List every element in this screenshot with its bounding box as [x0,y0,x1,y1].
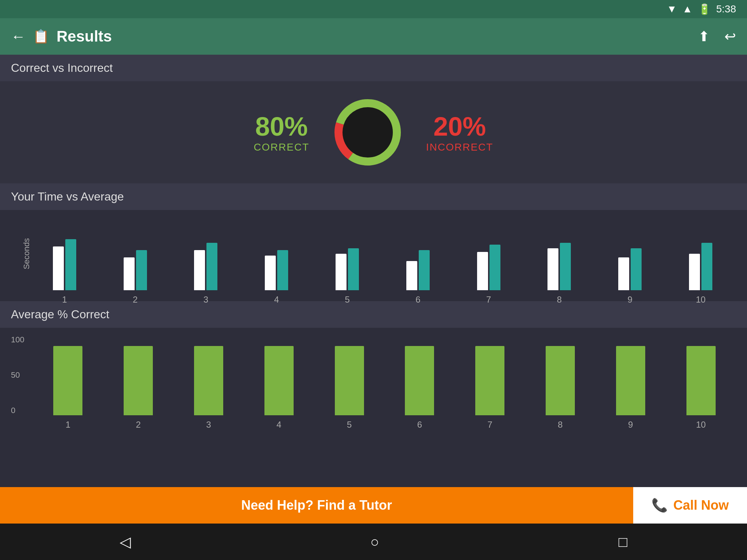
avg-bar-group-10: 10 [666,346,736,415]
call-now-button[interactable]: 📞 Call Now [633,487,747,524]
incorrect-label: 20% INCORRECT [426,112,493,153]
avg-bar-8 [546,346,575,415]
avg-correct-section: 100 50 0 1 2 3 4 5 6 7 [0,328,747,487]
white-bar-4 [265,256,276,290]
bar-group-3: 3 [171,243,241,290]
x-label-2: 2 [133,295,138,305]
avg-bar-4 [264,346,294,415]
bar-group-10: 10 [665,243,736,290]
x-label-10: 10 [696,295,706,305]
wifi-icon: ▼ [667,3,677,15]
status-icons: ▼ ▲ 🔋 5:38 [667,3,736,15]
white-bar-7 [477,252,488,290]
incorrect-percentage: 20% [426,112,493,141]
x-label-3: 3 [204,295,208,305]
bar-group-9: 9 [595,248,665,290]
avg-x-label-1: 1 [66,420,70,430]
recents-nav-button[interactable]: □ [619,534,627,550]
app-bar-actions: ⬆ ↩ [698,28,736,44]
x-label-6: 6 [415,295,420,305]
teal-bar-5 [348,248,359,290]
white-bar-6 [406,261,417,290]
signal-icon: ▲ [682,3,693,15]
white-bar-5 [336,254,347,290]
teal-bar-4 [277,250,288,290]
bar-group-7: 7 [453,245,524,290]
time-chart-area: Seconds 1 2 3 4 5 6 [11,217,736,290]
x-label-4: 4 [274,295,279,305]
nav-bar: ◁ ○ □ [0,524,747,560]
avg-bar-5 [335,346,364,415]
section-avg-correct-header: Average % Correct [0,301,747,328]
white-bar-9 [618,257,629,290]
bar-group-6: 6 [383,250,453,290]
section-time-vs-avg-header: Your Time vs Average [0,183,747,210]
status-bar: ▼ ▲ 🔋 5:38 [0,0,747,18]
x-label-8: 8 [557,295,562,305]
y-label-100: 100 [11,335,24,345]
teal-bar-8 [560,243,571,290]
avg-y-labels: 100 50 0 [11,335,24,415]
avg-x-label-5: 5 [347,420,352,430]
teal-bar-7 [489,245,500,290]
avg-bar-6 [405,346,434,415]
app-bar: ← 📋 Results ⬆ ↩ [0,18,747,55]
back-nav-button[interactable]: ◁ [120,533,131,550]
teal-bar-2 [136,250,147,290]
call-now-label: Call Now [673,498,729,513]
bar-group-1: 1 [29,239,100,290]
avg-bar-10 [686,346,716,415]
white-bar-8 [547,248,558,290]
teal-bar-1 [65,239,76,290]
correct-percentage: 80% [254,112,309,141]
section-correct-vs-incorrect-header: Correct vs Incorrect [0,55,747,81]
avg-bar-1 [53,346,82,415]
teal-bar-10 [701,243,712,290]
bar-group-5: 5 [312,248,383,290]
x-label-9: 9 [628,295,632,305]
forward-icon[interactable]: ↩ [724,28,736,44]
avg-bar-group-3: 3 [174,346,244,415]
x-label-1: 1 [62,295,67,305]
bar-group-4: 4 [241,250,312,290]
avg-x-label-6: 6 [417,420,422,430]
teal-bar-6 [419,250,430,290]
time-vs-avg-chart: Seconds 1 2 3 4 5 6 [0,210,747,301]
avg-bar-group-6: 6 [384,346,455,415]
ad-text: Need Help? Find a Tutor [0,498,633,513]
avg-bar-9 [616,346,645,415]
avg-x-label-10: 10 [696,420,706,430]
x-label-7: 7 [486,295,491,305]
bar-group-8: 8 [524,243,595,290]
avg-x-label-2: 2 [136,420,141,430]
avg-x-label-8: 8 [558,420,562,430]
correct-label: 80% CORRECT [254,112,309,153]
avg-bar-2 [124,346,153,415]
avg-bar-group-9: 9 [595,346,666,415]
donut-section: 80% CORRECT 20% INCORRECT [0,81,747,183]
teal-bar-9 [631,248,642,290]
ad-bar: Need Help? Find a Tutor 📞 Call Now [0,487,747,524]
correct-text: CORRECT [254,141,309,153]
results-icon: 📋 [33,29,49,44]
y-label-0: 0 [11,406,24,415]
time: 5:38 [716,3,736,15]
avg-x-label-3: 3 [206,420,211,430]
back-button[interactable]: ← [11,28,26,45]
page-title: Results [57,28,698,45]
y-label-50: 50 [11,370,24,380]
avg-bar-3 [194,346,223,415]
avg-bar-7 [475,346,504,415]
donut-container: 80% CORRECT 20% INCORRECT [254,96,494,169]
avg-bar-group-2: 2 [103,346,174,415]
white-bar-3 [194,250,205,290]
white-bar-1 [53,246,64,290]
home-nav-button[interactable]: ○ [370,534,379,550]
avg-bar-group-8: 8 [525,346,596,415]
avg-x-label-7: 7 [487,420,492,430]
avg-bar-group-4: 4 [244,346,314,415]
avg-bar-group-7: 7 [455,346,525,415]
teal-bar-3 [206,243,217,290]
avg-bar-group-5: 5 [314,346,384,415]
share-icon[interactable]: ⬆ [698,28,710,44]
